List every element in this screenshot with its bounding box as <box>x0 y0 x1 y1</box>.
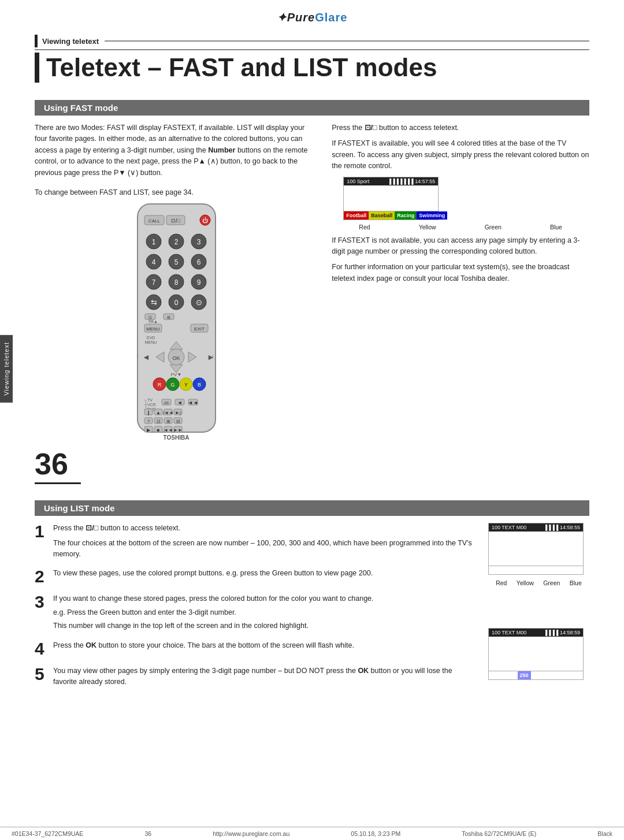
svg-text:R: R <box>157 382 161 388</box>
svg-text:▶: ▶ <box>147 428 151 433</box>
color-labels-list-1: Red Yellow Green Blue <box>488 579 589 586</box>
svg-text:⊟: ⊟ <box>176 419 180 424</box>
footer-center-page: 36 <box>144 830 151 837</box>
tv-bottom-bar-1: Football Baseball Racing Swimming <box>344 211 438 220</box>
svg-text:Y: Y <box>184 382 188 388</box>
page-header: ✦PureGlare <box>0 0 624 29</box>
fast-mode-text1: There are two Modes: FAST will display F… <box>35 122 318 179</box>
svg-text:MENU: MENU <box>144 340 157 344</box>
svg-text:↕: ↕ <box>136 354 139 359</box>
svg-text:TOSHIBA: TOSHIBA <box>163 434 189 441</box>
svg-text:⊞: ⊞ <box>166 419 170 424</box>
tv-top-bar-1: 100 Sport ▐▐▐▐▐▐▐ 14:57:55 <box>344 177 438 185</box>
page-wrapper: ✦PureGlare Viewing teletext Viewing tele… <box>0 0 624 840</box>
svg-text:CALL: CALL <box>148 218 161 224</box>
svg-text:⊞: ⊞ <box>167 315 170 319</box>
tv-screen-fast: 100 Sport ▐▐▐▐▐▐▐ 14:57:55 Football Base… <box>343 177 439 220</box>
svg-text:?: ? <box>147 419 150 424</box>
footer-right-model: Toshiba 62/72CM9UA/E (E) <box>462 830 536 837</box>
list-steps: 1 Press the ⊡/□ button to access teletex… <box>35 523 478 696</box>
side-tab: Viewing teletext <box>0 335 13 403</box>
list-step-2: 2 To view these pages, use the colored p… <box>35 568 478 585</box>
svg-text:PV▼: PV▼ <box>170 372 181 377</box>
list-tv-screens: 100 TEXT M00 ▐▐▐▐ 14:58:55 100 200 300 4… <box>488 523 589 696</box>
svg-text:8: 8 <box>174 278 178 287</box>
list-step-1: 1 Press the ⊡/□ button to access teletex… <box>35 523 478 560</box>
svg-text:3: 3 <box>196 238 200 246</box>
fast-right-text1: Press the ⊡/□ button to access teletext. <box>332 122 589 133</box>
footer-left: #01E34-37_6272CM9UAE <box>12 830 83 837</box>
section-line <box>105 40 589 42</box>
svg-text:9: 9 <box>196 278 200 287</box>
footer: #01E34-37_6272CM9UAE 36 http://www.pureg… <box>0 827 624 840</box>
remote-image: CALL ⊡/□ ⏻ 1 2 3 <box>35 198 318 441</box>
svg-text:⏻: ⏻ <box>202 217 208 224</box>
svg-text:⇆: ⇆ <box>150 298 157 307</box>
svg-text:EXIT: EXIT <box>194 326 205 332</box>
tv-body-1 <box>344 185 438 209</box>
svg-text:1: 1 <box>151 238 155 246</box>
page-title: Teletext – FAST and LIST modes <box>35 53 589 83</box>
svg-text:G: G <box>170 382 174 388</box>
svg-text:6: 6 <box>196 258 200 266</box>
svg-text:►|: ►| <box>175 410 181 415</box>
svg-text:2: 2 <box>174 238 178 246</box>
fast-mode-left: There are two Modes: FAST will display F… <box>35 122 318 490</box>
svg-text:▲: ▲ <box>156 410 161 415</box>
footer-center-url: http://www.pureglare.com.au <box>213 830 289 837</box>
fast-right-text3: If FASTEXT is not available, you can acc… <box>332 235 589 258</box>
svg-text:I/II: I/II <box>164 401 169 405</box>
svg-text:OK: OK <box>172 355 180 361</box>
fast-mode-text2: To change between FAST and LIST, see pag… <box>35 187 318 198</box>
section-eyebrow: Viewing teletext <box>35 35 589 50</box>
page-number: 36 <box>35 447 81 484</box>
footer-color: Black <box>597 830 612 837</box>
svg-text:‖: ‖ <box>147 410 150 415</box>
fast-mode-content: There are two Modes: FAST will display F… <box>35 122 589 490</box>
svg-text:0: 0 <box>174 299 178 307</box>
eyebrow-text: Viewing teletext <box>42 37 99 46</box>
svg-text:7: 7 <box>151 278 155 287</box>
logo: ✦PureGlare <box>277 11 348 24</box>
svg-text:◄◄: ◄◄ <box>164 428 173 433</box>
svg-text:MENU: MENU <box>146 326 160 332</box>
color-labels-fast: Red Yellow Green Blue <box>332 224 589 231</box>
footer-right-date: 05.10.18, 3:23 PM <box>351 830 400 837</box>
svg-text:◄: ◄ <box>142 352 150 362</box>
svg-text:■: ■ <box>157 428 159 433</box>
svg-text:◄: ◄ <box>177 400 182 406</box>
svg-text:┐TV: ┐TV <box>144 398 153 403</box>
main-content: Viewing teletext Teletext – FAST and LIS… <box>0 29 624 701</box>
svg-text:⊡: ⊡ <box>148 315 152 319</box>
list-step-5: 5 You may view other pages by simply ent… <box>35 666 478 688</box>
svg-text:⊡: ⊡ <box>156 419 160 424</box>
tv-screen-list-3: 100 TEXT M00 ▐▐▐▐ 14:58:59 100 250 320 4… <box>488 628 584 680</box>
tv-screen-list-1: 100 TEXT M00 ▐▐▐▐ 14:58:55 100 200 300 4… <box>488 523 584 575</box>
svg-text:↕: ↕ <box>211 354 214 359</box>
fast-mode-right: Press the ⊡/□ button to access teletext.… <box>332 122 589 490</box>
remote-svg: CALL ⊡/□ ⏻ 1 2 3 <box>120 198 233 441</box>
fast-mode-section-label: Using FAST mode <box>35 100 589 116</box>
list-mode-section-label: Using LIST mode <box>35 500 589 516</box>
svg-text:⊡/□: ⊡/□ <box>171 218 181 224</box>
list-step-4: 4 Press the OK button to store your choi… <box>35 640 478 657</box>
svg-text:►►: ►► <box>173 428 183 433</box>
fast-right-text2: If FASTEXT is available, you will see 4 … <box>332 138 589 172</box>
svg-text:4: 4 <box>151 258 155 266</box>
svg-text:B: B <box>198 382 201 388</box>
svg-text:5: 5 <box>174 258 178 266</box>
svg-text:|◄◄: |◄◄ <box>163 410 173 415</box>
list-step-3: 3 If you want to change these stored pag… <box>35 593 478 631</box>
svg-text:DVD: DVD <box>146 336 155 340</box>
svg-text:⊙: ⊙ <box>195 298 202 307</box>
fast-right-text4: For further information on your particul… <box>332 262 589 284</box>
svg-text:PA▲: PA▲ <box>148 319 158 324</box>
svg-text:◄◄: ◄◄ <box>188 400 198 406</box>
list-mode-content: 1 Press the ⊡/□ button to access teletex… <box>35 523 589 696</box>
